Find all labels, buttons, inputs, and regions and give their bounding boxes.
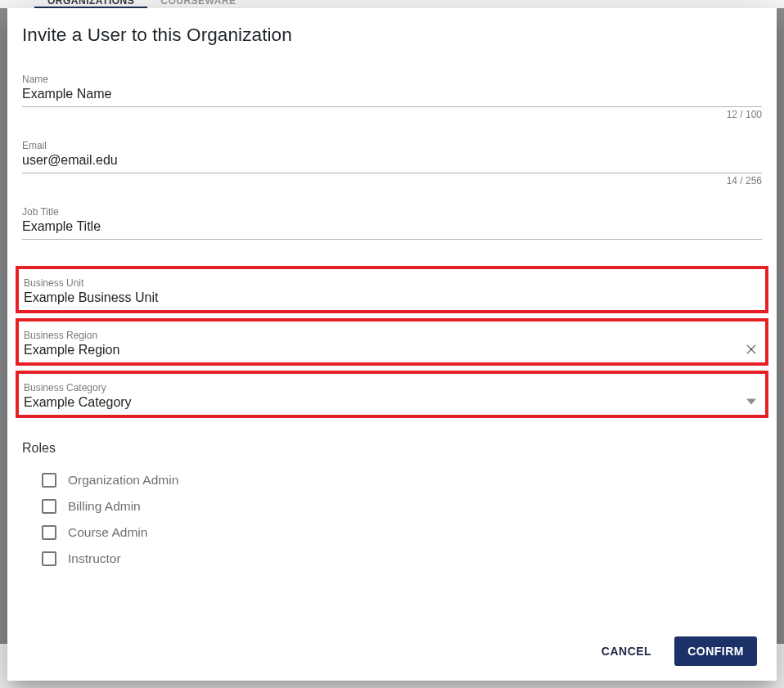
roles-list: Organization Admin Billing Admin Course …: [42, 467, 762, 572]
business-unit-label: Business Unit: [24, 277, 83, 289]
checkbox-icon[interactable]: [42, 525, 56, 540]
modal-title: Invite a User to this Organization: [22, 25, 762, 46]
tab-courseware[interactable]: COURSEWARE: [147, 0, 249, 8]
modal-actions: CANCEL CONFIRM: [7, 625, 777, 681]
email-counter: 14 / 256: [22, 175, 762, 187]
business-region-label: Business Region: [24, 330, 97, 341]
close-icon[interactable]: [742, 340, 760, 358]
business-category-field: Business Category: [24, 379, 760, 411]
email-input[interactable]: [22, 150, 762, 173]
name-counter: 12 / 100: [22, 109, 762, 120]
confirm-button[interactable]: CONFIRM: [674, 636, 757, 666]
checkbox-icon[interactable]: [42, 473, 56, 488]
role-label: Instructor: [68, 551, 121, 566]
business-region-highlight: Business Region: [16, 318, 768, 366]
role-instructor[interactable]: Instructor: [42, 546, 762, 572]
background-tabs: ORGANIZATIONS COURSEWARE: [34, 0, 250, 8]
role-label: Course Admin: [68, 525, 147, 540]
role-organization-admin[interactable]: Organization Admin: [42, 467, 762, 493]
role-label: Billing Admin: [68, 499, 141, 514]
business-region-field: Business Region: [24, 326, 760, 359]
business-category-label: Business Category: [24, 382, 106, 393]
modal-header: Invite a User to this Organization: [7, 8, 777, 54]
job-title-label: Job Title: [22, 206, 59, 218]
invite-user-modal: Invite a User to this Organization Name …: [7, 8, 777, 681]
role-label: Organization Admin: [68, 473, 178, 488]
name-field: Name: [22, 65, 762, 107]
role-billing-admin[interactable]: Billing Admin: [42, 493, 762, 519]
roles-title: Roles: [22, 441, 762, 456]
role-course-admin[interactable]: Course Admin: [42, 519, 762, 546]
email-field: Email: [22, 132, 762, 173]
job-title-field: Job Title: [22, 198, 762, 240]
business-unit-field: Business Unit: [24, 274, 760, 307]
name-label: Name: [22, 74, 48, 85]
modal-body: Name 12 / 100 Email 14 / 256 Job Title B…: [7, 54, 777, 625]
business-category-input[interactable]: [24, 392, 742, 411]
job-title-input[interactable]: [22, 216, 762, 240]
chevron-down-icon[interactable]: [742, 393, 760, 411]
background-top: ORGANIZATIONS COURSEWARE: [0, 0, 784, 8]
tab-organizations[interactable]: ORGANIZATIONS: [34, 0, 147, 8]
business-unit-input[interactable]: [24, 287, 760, 307]
cancel-button[interactable]: CANCEL: [588, 636, 665, 666]
business-category-highlight: Business Category: [16, 371, 768, 418]
email-label: Email: [22, 140, 47, 151]
name-input[interactable]: [22, 83, 762, 107]
checkbox-icon[interactable]: [42, 499, 56, 514]
business-region-input[interactable]: [24, 340, 742, 359]
checkbox-icon[interactable]: [42, 551, 56, 566]
business-unit-highlight: Business Unit: [16, 266, 768, 313]
